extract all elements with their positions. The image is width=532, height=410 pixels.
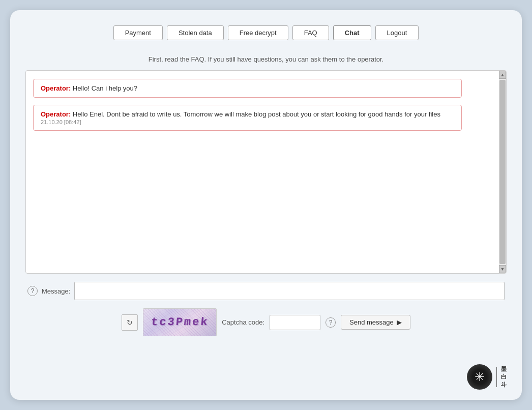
chat-scroll-area[interactable]: Operator: Hello! Can i help you? Operato… [26, 71, 506, 273]
message-input-area: ? Message: [25, 282, 507, 300]
bottom-logo: ✳ 墨 白 斗 [467, 364, 507, 390]
operator-label-1: Operator: [41, 84, 71, 92]
message-bubble-2: Operator: Hello Enel. Dont be afraid to … [33, 105, 462, 131]
logo-divider [496, 367, 497, 387]
logo-char-3: 斗 [501, 382, 507, 388]
main-container: Payment Stolen data Free decrypt FAQ Cha… [10, 10, 522, 400]
captcha-refresh-button[interactable]: ↻ [122, 314, 138, 331]
logo-text-block: 墨 白 斗 [501, 366, 507, 388]
nav-bar: Payment Stolen data Free decrypt FAQ Cha… [25, 20, 507, 45]
scrollbar[interactable]: ▲ ▼ [499, 71, 506, 273]
chat-window: Operator: Hello! Can i help you? Operato… [25, 70, 507, 274]
nav-chat[interactable]: Chat [333, 25, 371, 40]
nav-logout[interactable]: Logout [375, 25, 419, 40]
message-label: Message: [42, 287, 70, 295]
send-label: Send message [349, 318, 394, 326]
nav-faq[interactable]: FAQ [292, 25, 329, 40]
scrollbar-up[interactable]: ▲ [499, 71, 506, 79]
scrollbar-thumb[interactable] [499, 80, 506, 264]
send-arrow-icon: ▶ [397, 318, 402, 326]
captcha-text: tc3Pmek [151, 316, 210, 329]
logo-icon: ✳ [467, 364, 492, 390]
logo-char-1: 墨 [501, 366, 507, 372]
nav-stolen-data[interactable]: Stolen data [167, 25, 224, 40]
send-message-button[interactable]: Send message ▶ [341, 315, 410, 330]
message-help-icon[interactable]: ? [27, 286, 38, 296]
message-bubble-1: Operator: Hello! Can i help you? [33, 79, 462, 98]
captcha-area: ↻ tc3Pmek Captcha code: ? Send message ▶ [25, 308, 507, 336]
captcha-input[interactable] [270, 315, 320, 330]
message-input[interactable] [74, 282, 505, 300]
captcha-image: tc3Pmek [143, 308, 217, 336]
nav-free-decrypt[interactable]: Free decrypt [228, 25, 288, 40]
nav-payment[interactable]: Payment [113, 25, 163, 40]
message-text-2: Hello Enel. Dont be afraid to write us. … [73, 110, 440, 118]
message-timestamp-2: 21.10.20 [08:42] [41, 119, 454, 125]
captcha-help-icon[interactable]: ? [326, 317, 336, 328]
logo-char-2: 白 [501, 373, 507, 380]
scrollbar-down[interactable]: ▼ [499, 265, 506, 273]
message-text-1: Hello! Can i help you? [73, 84, 137, 92]
captcha-label: Captcha code: [222, 318, 264, 326]
subtitle-text: First, read the FAQ. If you still have q… [25, 55, 507, 63]
logo-splat: ✳ [475, 371, 485, 383]
operator-label-2: Operator: [41, 110, 71, 118]
